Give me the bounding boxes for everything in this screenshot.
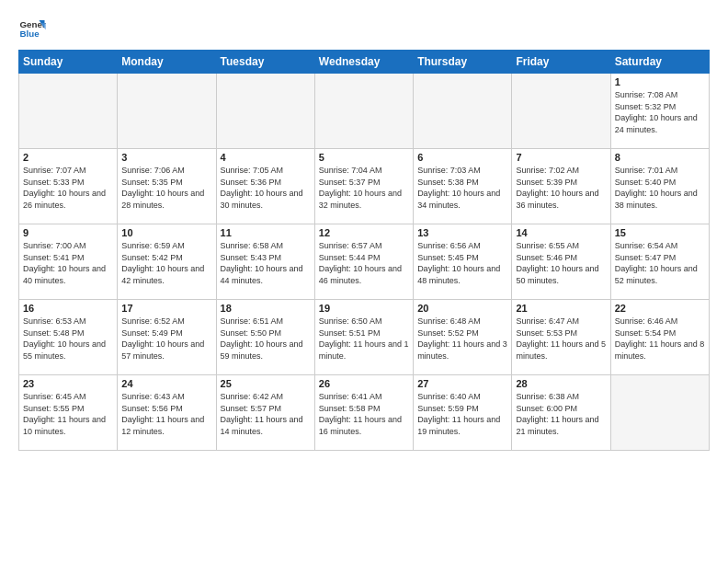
day-number: 11	[221, 227, 311, 238]
calendar-cell: 14Sunrise: 6:55 AMSunset: 5:46 PMDayligh…	[512, 224, 610, 300]
day-info: Sunrise: 6:55 AMSunset: 5:46 PMDaylight:…	[516, 240, 606, 286]
day-info: Sunrise: 6:48 AMSunset: 5:52 PMDaylight:…	[417, 316, 507, 362]
day-info: Sunrise: 7:03 AMSunset: 5:38 PMDaylight:…	[417, 165, 507, 211]
day-number: 10	[121, 227, 211, 238]
day-number: 21	[516, 303, 606, 314]
day-number: 25	[221, 378, 311, 389]
calendar-cell: 28Sunrise: 6:38 AMSunset: 6:00 PMDayligh…	[512, 375, 610, 451]
column-header-saturday: Saturday	[610, 51, 709, 74]
day-number: 5	[319, 152, 409, 163]
calendar-cell: 3Sunrise: 7:06 AMSunset: 5:35 PMDaylight…	[118, 149, 216, 224]
calendar-cell: 17Sunrise: 6:52 AMSunset: 5:49 PMDayligh…	[118, 300, 216, 375]
calendar-cell: 15Sunrise: 6:54 AMSunset: 5:47 PMDayligh…	[610, 224, 709, 300]
day-info: Sunrise: 6:56 AMSunset: 5:45 PMDaylight:…	[417, 240, 507, 286]
logo: General Blue	[18, 15, 46, 42]
day-number: 7	[516, 152, 606, 163]
day-info: Sunrise: 7:08 AMSunset: 5:32 PMDaylight:…	[615, 89, 705, 135]
calendar-week-3: 16Sunrise: 6:53 AMSunset: 5:48 PMDayligh…	[19, 300, 710, 375]
day-number: 9	[23, 227, 113, 238]
day-info: Sunrise: 6:53 AMSunset: 5:48 PMDaylight:…	[23, 316, 113, 362]
day-info: Sunrise: 7:04 AMSunset: 5:37 PMDaylight:…	[319, 165, 409, 211]
day-number: 13	[417, 227, 507, 238]
day-info: Sunrise: 6:50 AMSunset: 5:51 PMDaylight:…	[319, 316, 409, 362]
day-info: Sunrise: 6:42 AMSunset: 5:57 PMDaylight:…	[221, 391, 311, 437]
day-number: 17	[121, 303, 211, 314]
day-info: Sunrise: 6:47 AMSunset: 5:53 PMDaylight:…	[516, 316, 606, 362]
day-number: 1	[615, 76, 705, 87]
calendar-cell: 21Sunrise: 6:47 AMSunset: 5:53 PMDayligh…	[512, 300, 610, 375]
day-info: Sunrise: 6:43 AMSunset: 5:56 PMDaylight:…	[121, 391, 211, 437]
calendar-cell	[216, 74, 314, 149]
logo-icon: General Blue	[18, 15, 46, 42]
day-number: 20	[417, 303, 507, 314]
calendar-cell: 25Sunrise: 6:42 AMSunset: 5:57 PMDayligh…	[216, 375, 314, 451]
day-number: 16	[23, 303, 113, 314]
calendar: SundayMondayTuesdayWednesdayThursdayFrid…	[18, 50, 710, 451]
calendar-cell	[512, 74, 610, 149]
calendar-header-row: SundayMondayTuesdayWednesdayThursdayFrid…	[19, 51, 710, 74]
calendar-cell: 18Sunrise: 6:51 AMSunset: 5:50 PMDayligh…	[216, 300, 314, 375]
day-number: 24	[121, 378, 211, 389]
calendar-cell: 9Sunrise: 7:00 AMSunset: 5:41 PMDaylight…	[19, 224, 118, 300]
calendar-cell: 19Sunrise: 6:50 AMSunset: 5:51 PMDayligh…	[314, 300, 413, 375]
calendar-cell	[610, 375, 709, 451]
page: General Blue SundayMondayTuesdayWednesda…	[0, 0, 728, 563]
day-number: 27	[417, 378, 507, 389]
calendar-cell: 1Sunrise: 7:08 AMSunset: 5:32 PMDaylight…	[610, 74, 709, 149]
day-info: Sunrise: 7:05 AMSunset: 5:36 PMDaylight:…	[221, 165, 311, 211]
calendar-cell: 26Sunrise: 6:41 AMSunset: 5:58 PMDayligh…	[314, 375, 413, 451]
calendar-cell: 6Sunrise: 7:03 AMSunset: 5:38 PMDaylight…	[414, 149, 512, 224]
calendar-cell	[314, 74, 413, 149]
calendar-cell: 5Sunrise: 7:04 AMSunset: 5:37 PMDaylight…	[314, 149, 413, 224]
day-info: Sunrise: 6:58 AMSunset: 5:43 PMDaylight:…	[221, 240, 311, 286]
day-info: Sunrise: 7:00 AMSunset: 5:41 PMDaylight:…	[23, 240, 113, 286]
day-number: 28	[516, 378, 606, 389]
calendar-cell: 24Sunrise: 6:43 AMSunset: 5:56 PMDayligh…	[118, 375, 216, 451]
calendar-cell: 7Sunrise: 7:02 AMSunset: 5:39 PMDaylight…	[512, 149, 610, 224]
day-number: 14	[516, 227, 606, 238]
calendar-cell: 27Sunrise: 6:40 AMSunset: 5:59 PMDayligh…	[414, 375, 512, 451]
day-number: 26	[319, 378, 409, 389]
day-number: 15	[615, 227, 705, 238]
day-number: 4	[221, 152, 311, 163]
column-header-thursday: Thursday	[414, 51, 512, 74]
calendar-cell	[118, 74, 216, 149]
day-info: Sunrise: 6:46 AMSunset: 5:54 PMDaylight:…	[615, 316, 705, 362]
column-header-monday: Monday	[118, 51, 216, 74]
day-number: 6	[417, 152, 507, 163]
calendar-week-1: 2Sunrise: 7:07 AMSunset: 5:33 PMDaylight…	[19, 149, 710, 224]
day-number: 19	[319, 303, 409, 314]
calendar-cell	[19, 74, 118, 149]
day-number: 18	[221, 303, 311, 314]
day-info: Sunrise: 6:59 AMSunset: 5:42 PMDaylight:…	[121, 240, 211, 286]
day-info: Sunrise: 6:54 AMSunset: 5:47 PMDaylight:…	[615, 240, 705, 286]
day-info: Sunrise: 6:38 AMSunset: 6:00 PMDaylight:…	[516, 391, 606, 437]
day-info: Sunrise: 6:51 AMSunset: 5:50 PMDaylight:…	[221, 316, 311, 362]
day-number: 12	[319, 227, 409, 238]
day-info: Sunrise: 6:40 AMSunset: 5:59 PMDaylight:…	[417, 391, 507, 437]
day-info: Sunrise: 6:52 AMSunset: 5:49 PMDaylight:…	[121, 316, 211, 362]
column-header-sunday: Sunday	[19, 51, 118, 74]
day-info: Sunrise: 6:45 AMSunset: 5:55 PMDaylight:…	[23, 391, 113, 437]
day-info: Sunrise: 7:06 AMSunset: 5:35 PMDaylight:…	[121, 165, 211, 211]
day-info: Sunrise: 6:41 AMSunset: 5:58 PMDaylight:…	[319, 391, 409, 437]
svg-text:Blue: Blue	[20, 29, 40, 39]
calendar-cell: 10Sunrise: 6:59 AMSunset: 5:42 PMDayligh…	[118, 224, 216, 300]
calendar-cell: 11Sunrise: 6:58 AMSunset: 5:43 PMDayligh…	[216, 224, 314, 300]
calendar-cell	[414, 74, 512, 149]
calendar-week-0: 1Sunrise: 7:08 AMSunset: 5:32 PMDaylight…	[19, 74, 710, 149]
calendar-week-2: 9Sunrise: 7:00 AMSunset: 5:41 PMDaylight…	[19, 224, 710, 300]
calendar-cell: 4Sunrise: 7:05 AMSunset: 5:36 PMDaylight…	[216, 149, 314, 224]
day-info: Sunrise: 7:01 AMSunset: 5:40 PMDaylight:…	[615, 165, 705, 211]
calendar-cell: 16Sunrise: 6:53 AMSunset: 5:48 PMDayligh…	[19, 300, 118, 375]
calendar-cell: 20Sunrise: 6:48 AMSunset: 5:52 PMDayligh…	[414, 300, 512, 375]
calendar-cell: 13Sunrise: 6:56 AMSunset: 5:45 PMDayligh…	[414, 224, 512, 300]
column-header-friday: Friday	[512, 51, 610, 74]
calendar-cell: 2Sunrise: 7:07 AMSunset: 5:33 PMDaylight…	[19, 149, 118, 224]
calendar-cell: 23Sunrise: 6:45 AMSunset: 5:55 PMDayligh…	[19, 375, 118, 451]
day-number: 2	[23, 152, 113, 163]
day-number: 22	[615, 303, 705, 314]
column-header-wednesday: Wednesday	[314, 51, 413, 74]
day-number: 3	[121, 152, 211, 163]
day-number: 8	[615, 152, 705, 163]
